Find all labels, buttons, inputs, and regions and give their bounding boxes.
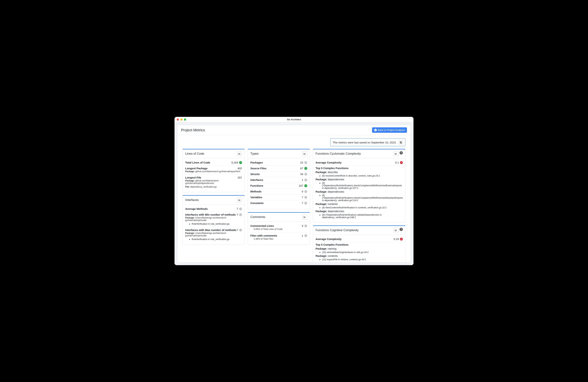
trend-up-icon: [239, 161, 242, 164]
page-header: Project Metrics Back to Project Analysis: [177, 125, 411, 135]
package-prefix: Package:: [315, 210, 327, 213]
cognitive-help-button[interactable]: ?: [399, 228, 403, 231]
complexity-func-list: (15) retrieveMatchingInterfaces in utils…: [315, 251, 403, 254]
complexity-func-item: (9) NewContentsRuleVerification in conte…: [322, 206, 403, 209]
package-prefix: Package:: [185, 232, 195, 234]
complexity-func-list: (9) (*DependencyRuleVerification).checkC…: [315, 181, 403, 190]
arrow-left-circle-icon: [374, 129, 377, 131]
trend-neutral-icon: [304, 173, 307, 176]
complexity-func-list: (9) (*DependencyRuleVerification).checkC…: [315, 194, 403, 202]
loc-panel: Lines of Code Total Lines of Code: [183, 149, 245, 192]
types-row-label: Source Files: [250, 167, 267, 170]
interfaces-panel: Interfaces Average Methods: [183, 195, 245, 245]
types-row-label: Packages: [250, 161, 263, 164]
minimize-window-button[interactable]: [180, 118, 183, 121]
package-prefix: Package:: [185, 216, 195, 219]
close-window-button[interactable]: [177, 118, 179, 121]
cyclo-top5: Top 5 Complex Functions: [315, 166, 403, 170]
types-row-value: 0: [302, 190, 303, 193]
cognitive-avg-value: 3.29: [394, 237, 399, 241]
types-row-value: 7: [302, 196, 303, 199]
cognitive-chart-button[interactable]: [393, 228, 399, 233]
page-card: Project Metrics Back to Project Analysis…: [177, 125, 411, 263]
trend-neutral-icon: [304, 234, 307, 237]
metrics-columns: Lines of Code Total Lines of Code: [183, 149, 405, 262]
types-row: Constants7: [250, 200, 307, 206]
package-prefix: Package:: [185, 179, 195, 182]
complexity-func-item: (12) inspectFile in retrieve_contents.go…: [322, 258, 403, 261]
loc-longest-file-value: 297: [237, 176, 242, 179]
interfaces-min-value: 7: [237, 213, 238, 216]
cyclomatic-panel: Functions Cyclomatic Complexity ?: [313, 149, 405, 223]
complexity-package-line: Package: contents: [315, 202, 403, 206]
loc-title: Lines of Code: [185, 152, 204, 155]
interfaces-avg-label: Average Methods: [185, 207, 208, 210]
types-row-label: Functions: [250, 184, 263, 187]
types-row: Structs34: [250, 171, 307, 177]
types-row-value: 7: [302, 202, 303, 205]
types-panel: Types Packages22Source Files67Structs34I…: [248, 149, 310, 209]
interfaces-chart-button[interactable]: [237, 197, 242, 203]
complexity-func-list: (12) inspectFile in retrieve_contents.go…: [315, 258, 403, 261]
trend-down-icon: [400, 238, 403, 241]
types-row: Functions107: [250, 183, 307, 189]
types-row-label: Structs: [250, 172, 260, 176]
app-body: Project Metrics Back to Project Analysis…: [174, 122, 414, 265]
notice-text: The metrics were last saved on September…: [333, 141, 397, 144]
trend-neutral-icon: [239, 208, 242, 210]
maximize-window-button[interactable]: [184, 118, 186, 121]
titlebar: Go Architect: [174, 117, 414, 122]
types-row-label: Variables: [250, 196, 262, 199]
trend-neutral-icon: [304, 202, 307, 205]
types-chart-button[interactable]: [302, 151, 307, 156]
trend-neutral-icon: [239, 229, 242, 231]
loc-longest-pkg-label: Longest Package: [185, 167, 208, 170]
cyclomatic-title: Functions Cyclomatic Complexity: [315, 152, 361, 155]
complexity-package-line: Package: dependencies: [315, 261, 403, 262]
complexity-package-line: Package: dependencies: [315, 209, 403, 213]
complexity-package-line: Package: contents: [315, 254, 403, 258]
cyclomatic-chart-button[interactable]: [393, 151, 399, 156]
package-prefix: Package:: [315, 171, 327, 174]
loc-chart-button[interactable]: [237, 151, 242, 156]
comments-title: Comments: [250, 215, 265, 219]
loc-total-value: 3,163: [231, 161, 238, 164]
comments-chart-button[interactable]: [302, 214, 307, 220]
complexity-package-line: Package: dependencies: [315, 177, 403, 181]
types-row: Interfaces1: [250, 177, 307, 183]
complexity-func-item: (9) resolveContentRule in describe_conte…: [322, 174, 403, 177]
types-row-label: Interfaces: [250, 178, 263, 181]
loc-total-label: Total Lines of Code: [185, 161, 210, 164]
column-2: Types Packages22Source Files67Structs34I…: [248, 149, 310, 245]
complexity-package-line: Package: naming: [315, 247, 403, 251]
types-row: Source Files67: [250, 166, 307, 171]
types-row-value: 1: [302, 178, 303, 181]
types-row-value: 67: [300, 167, 303, 170]
file-prefix: File:: [185, 186, 190, 188]
save-metrics-button[interactable]: [399, 140, 403, 145]
back-button-label: Back to Project Analysis: [378, 129, 405, 132]
complexity-package-line: Package: describe: [315, 170, 403, 174]
comments-files-value: 1: [302, 234, 303, 237]
types-row-label: Methods: [250, 190, 262, 193]
package-prefix: Package:: [315, 190, 327, 193]
chart-line-icon: [303, 153, 306, 155]
complexity-func-item: (9) (*DependencyRuleVerification).checkC…: [322, 194, 403, 202]
interfaces-min-item: RuleVerification in rule_verification.go: [192, 223, 242, 225]
app-title: Go Architect: [174, 118, 414, 121]
cognitive-panel: Functions Cognitive Complexity ?: [313, 225, 405, 262]
trend-neutral-icon: [239, 213, 242, 216]
complexity-package-line: Package: dependencies: [315, 190, 403, 194]
complexity-func-list: (9) NewContentsRuleVerification in conte…: [315, 206, 403, 209]
chart-line-icon: [395, 153, 397, 155]
cyclomatic-help-button[interactable]: ?: [399, 151, 403, 154]
comments-files-label: Files with comments: [250, 234, 277, 237]
trend-up-icon: [304, 167, 307, 170]
column-1: Lines of Code Total Lines of Code: [183, 149, 245, 245]
chart-line-icon: [238, 153, 241, 155]
page-content: The metrics were last saved on September…: [177, 135, 411, 262]
back-to-analysis-button[interactable]: Back to Project Analysis: [372, 127, 407, 133]
complexity-func-item: (8) (*DependencyRuleVerification).valida…: [322, 213, 403, 219]
comments-files-sub: 1.49% of Total Files: [250, 237, 307, 241]
comments-lines-label: Commented Lines: [250, 224, 274, 227]
